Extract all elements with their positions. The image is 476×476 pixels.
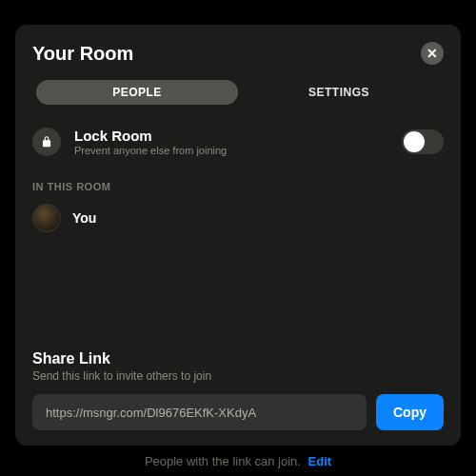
footer-text: People with the link can join. [145,454,301,468]
share-title: Share Link [32,350,444,367]
lock-subtitle: Prevent anyone else from joining [74,145,388,156]
share-header: Share Link Send this link to invite othe… [32,350,444,383]
lock-text: Lock Room Prevent anyone else from joini… [74,128,388,156]
tab-bar: PEOPLE SETTINGS [32,78,444,107]
footer-line: People with the link can join. Edit [0,454,476,468]
lock-title: Lock Room [74,128,388,144]
tab-settings[interactable]: SETTINGS [238,80,440,105]
participant-name: You [72,210,96,226]
lock-icon [32,128,61,156]
share-row: https://msngr.com/Dl9676EKfK-XKdyA Copy [32,394,444,430]
tab-people[interactable]: PEOPLE [36,80,238,105]
close-icon: ✕ [426,46,438,61]
copy-button[interactable]: Copy [376,394,444,430]
share-link-field[interactable]: https://msngr.com/Dl9676EKfK-XKdyA [32,394,367,430]
list-item: You [32,204,444,232]
lock-room-row: Lock Room Prevent anyone else from joini… [32,128,444,156]
modal-header: Your Room ✕ [32,42,444,65]
avatar [32,204,61,232]
in-this-room-label: IN THIS ROOM [32,181,444,192]
your-room-modal: Your Room ✕ PEOPLE SETTINGS Lock Room Pr… [15,25,461,446]
modal-title: Your Room [32,43,133,65]
toggle-knob [404,131,425,152]
close-button[interactable]: ✕ [421,42,444,65]
edit-link[interactable]: Edit [308,454,332,468]
lock-toggle[interactable] [402,129,444,154]
share-subtitle: Send this link to invite others to join [32,369,444,383]
